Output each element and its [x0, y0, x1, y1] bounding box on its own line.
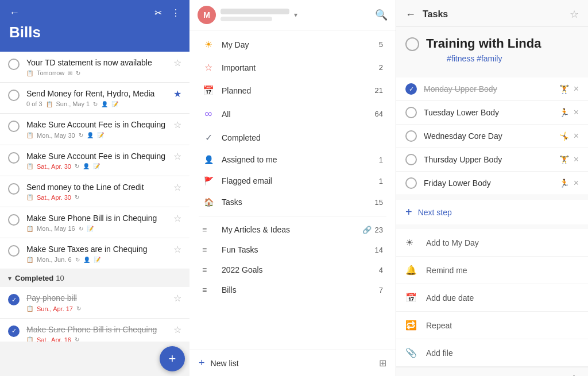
task-content: Make Sure Phone Bill is in Chequing 📋 Mo…: [26, 213, 169, 232]
add-to-myday-button[interactable]: ☀ Add to My Day: [396, 229, 588, 257]
task-star[interactable]: ☆: [173, 151, 181, 162]
task-star[interactable]: ☆: [173, 119, 181, 130]
task-star[interactable]: ☆: [173, 182, 181, 193]
left-header: ← ✂ ⋮ Bills: [0, 0, 189, 52]
sidebar-item-completed[interactable]: ✓ Completed: [193, 126, 392, 149]
completed-task-item[interactable]: Pay phone bill 📋 Sun., Apr. 17 ↻ ☆: [0, 287, 189, 318]
repeat-button[interactable]: 🔁 Repeat: [396, 312, 588, 339]
sidebar-item-fun[interactable]: ≡ Fun Tasks 14: [193, 240, 392, 259]
remind-button[interactable]: 🔔 Remind me: [396, 257, 588, 284]
person-icon: 👤: [83, 163, 90, 169]
sidebar-item-goals[interactable]: ≡ 2022 Goals 4: [193, 260, 392, 280]
check-circle-icon: ✓: [202, 132, 215, 143]
profile-area[interactable]: M ▾: [198, 6, 297, 24]
sidebar-item-tasks[interactable]: 🏠 Tasks 15: [193, 192, 392, 212]
task-item[interactable]: Send money to the Line of Credit 📋 Sat.,…: [0, 176, 189, 207]
more-icon[interactable]: ⋮: [171, 7, 180, 18]
task-star[interactable]: ☆: [173, 244, 181, 255]
task-checkbox[interactable]: [8, 90, 20, 101]
sidebar-item-all[interactable]: ∞ All 64: [193, 102, 392, 126]
plus-icon: +: [199, 357, 205, 369]
sidebar-item-myday[interactable]: ☀ My Day 5: [193, 33, 392, 56]
list-icon: ≡: [202, 225, 215, 234]
subtask-remove-icon[interactable]: ×: [574, 154, 579, 165]
task-item[interactable]: Send Money for Rent, Hydro, Media 0 of 3…: [0, 83, 189, 114]
note-icon: 📝: [94, 257, 100, 263]
sidebar-item-flagged[interactable]: 🚩 Flagged email 1: [193, 170, 392, 191]
list-label: Bills: [222, 285, 379, 294]
add-due-date-button[interactable]: 📅 Add due date: [396, 284, 588, 312]
task-star[interactable]: ☆: [173, 213, 181, 224]
sidebar-item-planned[interactable]: 📅 Planned 21: [193, 79, 392, 102]
task-content: Your TD statement is now available 📋 Tom…: [26, 57, 169, 76]
subtask-checkbox[interactable]: [405, 154, 417, 165]
person-icon: 👤: [101, 101, 108, 107]
task-star[interactable]: ☆: [173, 324, 181, 335]
task-checkbox[interactable]: [8, 294, 20, 305]
completed-section-header[interactable]: ▾ Completed 10: [0, 269, 189, 287]
back-icon[interactable]: ←: [405, 9, 416, 21]
subtask-item[interactable]: Monday Upper Body 🏋 ×: [396, 77, 588, 101]
add-task-button[interactable]: +: [160, 346, 185, 371]
completed-label: Completed: [15, 274, 53, 282]
task-checkbox[interactable]: [8, 121, 20, 132]
task-item[interactable]: Make Sure Phone Bill is in Chequing 📋 Mo…: [0, 207, 189, 238]
task-checkbox[interactable]: [8, 325, 20, 337]
nav-count: 1: [379, 177, 383, 185]
task-item[interactable]: Make Sure Account Fee is in Chequing 📋 M…: [0, 114, 189, 145]
add-file-button[interactable]: 📎 Add file: [396, 339, 588, 367]
subtask-remove-icon[interactable]: ×: [574, 131, 579, 141]
subtask-item[interactable]: Friday Lower Body 🏃 ×: [396, 172, 588, 195]
subtask-item[interactable]: Thursday Upper Body 🏋 ×: [396, 148, 588, 172]
task-item[interactable]: Make Sure Taxes are in Chequing 📋 Mon., …: [0, 238, 189, 269]
subtask-remove-icon[interactable]: ×: [574, 107, 579, 118]
task-progress: 0 of 3: [26, 100, 42, 107]
sidebar-item-important[interactable]: ☆ Important 2: [193, 56, 392, 79]
back-icon[interactable]: ←: [9, 7, 20, 19]
repeat-icon: ↻: [75, 163, 79, 169]
task-meta: 📋 Sat., Apr. 30 ↻: [26, 194, 169, 201]
subtask-checkbox[interactable]: [405, 177, 417, 189]
task-checkbox[interactable]: [8, 59, 20, 70]
task-item[interactable]: Your TD statement is now available 📋 Tom…: [0, 52, 189, 83]
task-due: Sat., Apr. 30: [37, 163, 71, 170]
task-checkbox[interactable]: [8, 152, 20, 164]
task-checkbox[interactable]: [8, 245, 20, 257]
task-item[interactable]: Make Sure Account Fee is in Chequing 📋 S…: [0, 145, 189, 176]
nav-label: Tasks: [222, 197, 375, 207]
subtask-remove-icon[interactable]: ×: [574, 178, 579, 188]
subtask-item[interactable]: Tuesday Lower Body 🏃 ×: [396, 101, 588, 125]
nav-list: ☀ My Day 5 ☆ Important 2 📅 Planned 21 ∞ …: [189, 30, 396, 350]
repeat-icon: ↻: [79, 226, 83, 232]
subtask-checkbox[interactable]: [405, 107, 417, 118]
completed-task-item[interactable]: Make Sure Phone Bill is in Chequing 📋 Sa…: [0, 319, 189, 342]
sidebar-item-bills[interactable]: ≡ Bills 7: [193, 280, 392, 300]
search-icon[interactable]: 🔍: [375, 9, 388, 21]
paperclip-icon: 📎: [405, 347, 418, 358]
profile-chevron-icon[interactable]: ▾: [294, 11, 297, 19]
task-title: Make Sure Account Fee is in Chequing: [26, 119, 169, 130]
task-star[interactable]: ☆: [173, 57, 181, 68]
task-star[interactable]: ☆: [173, 293, 181, 304]
new-list-button[interactable]: + New list ⊞: [189, 350, 396, 376]
next-step-button[interactable]: + Next step: [396, 200, 588, 224]
task-title: Send money to the Line of Credit: [26, 182, 169, 192]
task-checkbox[interactable]: [8, 214, 20, 226]
task-star[interactable]: ★: [173, 88, 181, 99]
subtask-remove-icon[interactable]: ×: [574, 84, 579, 94]
profile-name-bar: [220, 9, 289, 14]
subtask-item[interactable]: Wednesday Core Day 🤸 ×: [396, 125, 588, 148]
task-checkbox[interactable]: [8, 183, 20, 195]
calendar-icon: 📅: [202, 85, 215, 96]
sidebar-item-articles[interactable]: ≡ My Articles & Ideas 🔗 23: [193, 220, 392, 239]
subtask-checkbox[interactable]: [405, 83, 417, 95]
calendar-icon: 📋: [26, 194, 33, 200]
share-icon[interactable]: ✂: [154, 7, 162, 18]
sidebar-item-assigned[interactable]: 👤 Assigned to me 1: [193, 149, 392, 170]
nav-label: Planned: [222, 86, 375, 95]
subtask-checkbox[interactable]: [405, 130, 417, 142]
favorite-icon[interactable]: ☆: [570, 8, 579, 21]
calendar-icon: 📋: [26, 163, 33, 169]
task-complete-checkbox[interactable]: [405, 37, 419, 51]
nav-label: My Day: [222, 40, 379, 49]
